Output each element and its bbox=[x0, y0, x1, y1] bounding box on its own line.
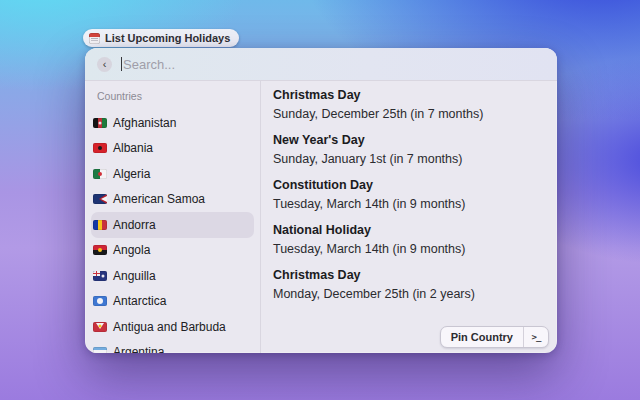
country-name: Andorra bbox=[113, 218, 156, 232]
holiday-title: Constitution Day bbox=[273, 179, 543, 192]
command-pill[interactable]: List Upcoming Holidays bbox=[83, 29, 239, 47]
country-name: Antigua and Barbuda bbox=[113, 320, 226, 334]
holiday-item: Christmas Day Monday, December 25th (in … bbox=[273, 269, 543, 301]
country-name: Argentina bbox=[113, 345, 164, 353]
holiday-title: Christmas Day bbox=[273, 89, 543, 102]
country-list: Afghanistan Albania Algeria American Sam… bbox=[91, 110, 254, 353]
holiday-title: Christmas Day bbox=[273, 269, 543, 282]
holiday-date: Monday, December 25th (in 2 years) bbox=[273, 288, 543, 301]
flag-emblem bbox=[102, 275, 105, 278]
holiday-item: Constitution Day Tuesday, March 14th (in… bbox=[273, 179, 543, 211]
holiday-date: Sunday, January 1st (in 7 months) bbox=[273, 153, 543, 166]
country-name: American Samoa bbox=[113, 192, 205, 206]
sidebar-item-argentina[interactable]: Argentina bbox=[91, 340, 254, 354]
holiday-date: Tuesday, March 14th (in 9 months) bbox=[273, 198, 543, 211]
flag-icon bbox=[93, 296, 107, 306]
chevron-left-icon: ‹ bbox=[103, 58, 107, 69]
flag-icon bbox=[93, 220, 107, 230]
flag-icon bbox=[93, 245, 107, 255]
text-caret bbox=[121, 57, 122, 71]
launcher-window: ‹ Search... Countries Afghanistan Albani… bbox=[85, 48, 557, 353]
calendar-icon bbox=[89, 33, 100, 44]
flag-icon bbox=[93, 347, 107, 353]
country-name: Algeria bbox=[113, 167, 150, 181]
country-name: Anguilla bbox=[113, 269, 156, 283]
sidebar-item-algeria[interactable]: Algeria bbox=[91, 161, 254, 187]
flag-icon bbox=[93, 143, 107, 153]
holiday-title: New Year's Day bbox=[273, 134, 543, 147]
flag-icon bbox=[93, 322, 107, 332]
flag-emblem bbox=[98, 248, 102, 252]
flag-emblem bbox=[98, 172, 102, 176]
flag-emblem bbox=[101, 196, 107, 202]
flag-emblem bbox=[99, 121, 102, 124]
flag-icon bbox=[93, 194, 107, 204]
sidebar-item-antigua-and-barbuda[interactable]: Antigua and Barbuda bbox=[91, 314, 254, 340]
country-name: Albania bbox=[113, 141, 153, 155]
sidebar-item-angola[interactable]: Angola bbox=[91, 238, 254, 264]
flag-icon bbox=[93, 169, 107, 179]
holiday-item: New Year's Day Sunday, January 1st (in 7… bbox=[273, 134, 543, 166]
sidebar-item-afghanistan[interactable]: Afghanistan bbox=[91, 110, 254, 136]
pin-country-button[interactable]: Pin Country bbox=[441, 327, 523, 347]
flag-icon bbox=[93, 118, 107, 128]
command-pill-label: List Upcoming Holidays bbox=[105, 32, 230, 44]
back-button[interactable]: ‹ bbox=[97, 57, 112, 72]
holiday-detail-panel: Christmas Day Sunday, December 25th (in … bbox=[261, 81, 557, 353]
search-placeholder: Search... bbox=[123, 57, 175, 72]
window-body: Countries Afghanistan Albania Algeria Am… bbox=[85, 81, 557, 353]
holiday-item: Christmas Day Sunday, December 25th (in … bbox=[273, 89, 543, 121]
holiday-item: National Holiday Tuesday, March 14th (in… bbox=[273, 224, 543, 256]
flag-icon bbox=[93, 271, 107, 281]
countries-section-label: Countries bbox=[97, 91, 254, 102]
flag-emblem bbox=[97, 298, 103, 304]
sidebar-item-anguilla[interactable]: Anguilla bbox=[91, 263, 254, 289]
sidebar-item-albania[interactable]: Albania bbox=[91, 136, 254, 162]
sidebar-item-andorra[interactable]: Andorra bbox=[91, 212, 254, 238]
flag-emblem bbox=[98, 146, 102, 150]
holiday-date: Sunday, December 25th (in 7 months) bbox=[273, 108, 543, 121]
sidebar-item-antarctica[interactable]: Antarctica bbox=[91, 289, 254, 315]
terminal-icon[interactable]: >_ bbox=[524, 327, 548, 347]
country-name: Angola bbox=[113, 243, 150, 257]
search-bar: ‹ Search... bbox=[85, 48, 557, 81]
holiday-date: Tuesday, March 14th (in 9 months) bbox=[273, 243, 543, 256]
country-name: Afghanistan bbox=[113, 116, 176, 130]
sidebar-item-american-samoa[interactable]: American Samoa bbox=[91, 187, 254, 213]
flag-emblem bbox=[93, 271, 100, 276]
holiday-title: National Holiday bbox=[273, 224, 543, 237]
action-bar: Pin Country >_ bbox=[440, 326, 549, 348]
country-name: Antarctica bbox=[113, 294, 166, 308]
search-input[interactable]: Search... bbox=[121, 57, 545, 72]
desktop-background: List Upcoming Holidays ‹ Search... Count… bbox=[0, 0, 640, 400]
flag-emblem bbox=[99, 324, 102, 327]
countries-sidebar: Countries Afghanistan Albania Algeria Am… bbox=[85, 81, 261, 353]
